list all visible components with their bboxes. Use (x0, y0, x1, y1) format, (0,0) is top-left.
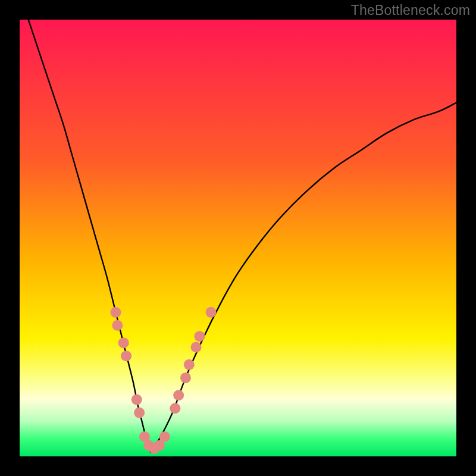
highlight-dot (112, 320, 123, 331)
highlight-dot (194, 331, 205, 342)
chart-frame: TheBottleneck.com (0, 0, 476, 476)
highlight-dot (191, 342, 202, 353)
highlight-dot (180, 372, 191, 383)
highlight-dot (205, 307, 216, 318)
highlight-dot (159, 431, 170, 442)
highlight-dot (131, 394, 142, 405)
highlight-dot (184, 359, 195, 370)
bottleneck-chart (0, 0, 476, 476)
highlight-dot (121, 350, 131, 361)
gradient-background (20, 20, 456, 456)
highlight-dot (170, 403, 180, 414)
highlight-dot (173, 390, 184, 400)
highlight-dot (110, 307, 121, 318)
attribution-label: TheBottleneck.com (351, 2, 470, 18)
highlight-dot (134, 408, 145, 418)
highlight-dot (118, 337, 129, 348)
